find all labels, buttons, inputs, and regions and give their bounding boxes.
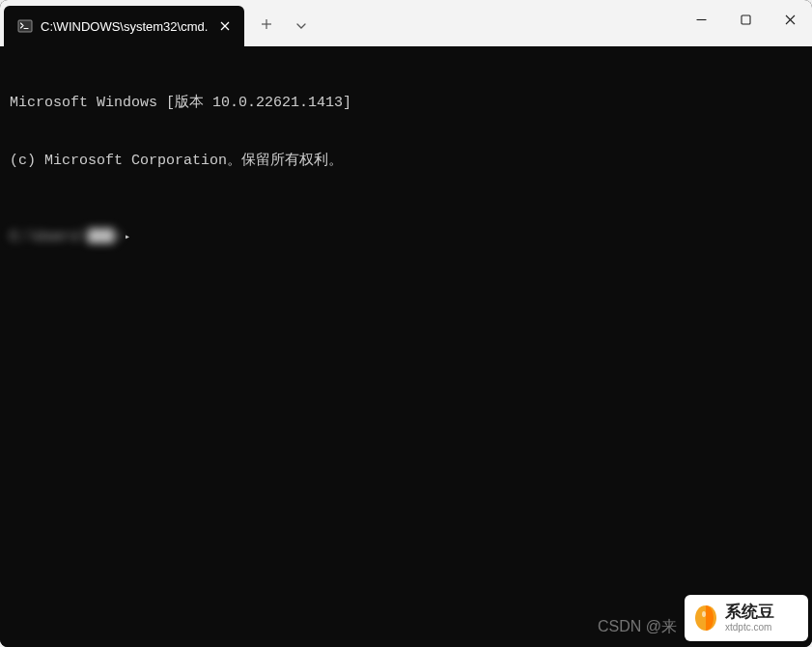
svg-rect-0 [18, 20, 32, 32]
terminal-cursor: ▸ [125, 231, 130, 244]
maximize-button[interactable] [723, 0, 768, 39]
chevron-down-icon [295, 20, 307, 32]
tab-title: C:\WINDOWS\system32\cmd. [41, 19, 208, 34]
close-icon [785, 14, 796, 25]
window-controls [679, 0, 812, 39]
titlebar: C:\WINDOWS\system32\cmd. [0, 0, 812, 46]
terminal-line-version: Microsoft Windows [版本 10.0.22621.1413] [10, 94, 802, 113]
close-window-button[interactable] [768, 0, 812, 39]
watermark-csdn: CSDN @来 [598, 616, 677, 637]
tabs-area: C:\WINDOWS\system32\cmd. [0, 0, 318, 46]
command-prompt-icon [17, 18, 33, 34]
minimize-button[interactable] [679, 0, 723, 39]
terminal-prompt-path: C:\Users\███> [10, 228, 123, 247]
active-tab[interactable]: C:\WINDOWS\system32\cmd. [4, 6, 244, 46]
terminal-line-copyright: (c) Microsoft Corporation。保留所有权利。 [10, 152, 802, 171]
plus-icon [261, 18, 272, 30]
terminal-prompt-line: C:\Users\███> ▸ [10, 228, 802, 247]
terminal-window: C:\WINDOWS\system32\cmd. [0, 0, 812, 647]
maximize-icon [741, 14, 751, 25]
terminal-content[interactable]: Microsoft Windows [版本 10.0.22621.1413] (… [0, 46, 812, 647]
new-tab-button[interactable] [250, 8, 283, 41]
close-icon [220, 21, 230, 31]
tab-dropdown-button[interactable] [285, 10, 318, 42]
close-tab-button[interactable] [215, 16, 235, 36]
minimize-icon [696, 14, 707, 25]
svg-rect-7 [742, 15, 750, 24]
